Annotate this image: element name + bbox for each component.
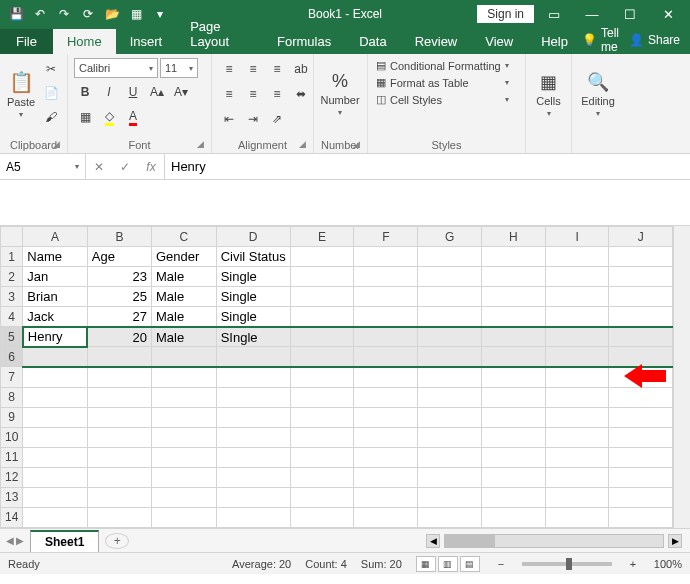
cell-F10[interactable] (354, 427, 418, 447)
cell-B6[interactable] (87, 347, 151, 367)
tab-formulas[interactable]: Formulas (263, 29, 345, 54)
tab-data[interactable]: Data (345, 29, 400, 54)
cell-I11[interactable] (545, 447, 609, 467)
cell-B13[interactable] (87, 487, 151, 507)
cell-A10[interactable] (23, 427, 87, 447)
tell-me-search[interactable]: 💡Tell me (582, 26, 619, 54)
new-icon[interactable]: ▦ (126, 4, 146, 24)
cell-I1[interactable] (545, 247, 609, 267)
format-as-table-button[interactable]: ▦Format as Table▾ (374, 75, 511, 90)
tab-review[interactable]: Review (401, 29, 472, 54)
col-header-I[interactable]: I (545, 227, 609, 247)
cancel-formula-button[interactable]: ✕ (86, 154, 112, 179)
cell-D6[interactable] (216, 347, 290, 367)
cell-I4[interactable] (545, 307, 609, 327)
worksheet-grid[interactable]: ABCDEFGHIJ1NameAgeGenderCivil Status2Jan… (0, 226, 690, 528)
cell-A5[interactable]: Henry (23, 327, 87, 347)
clipboard-launcher-icon[interactable]: ◢ (53, 139, 65, 151)
open-icon[interactable]: 📂 (102, 4, 122, 24)
new-sheet-button[interactable]: + (105, 533, 129, 549)
cell-E7[interactable] (290, 367, 354, 387)
vertical-scrollbar[interactable] (673, 226, 690, 528)
align-left-button[interactable]: ≡ (218, 83, 240, 105)
view-normal-button[interactable]: ▦ (416, 556, 436, 572)
zoom-slider[interactable] (522, 562, 612, 566)
cell-F6[interactable] (354, 347, 418, 367)
view-page-break-button[interactable]: ▤ (460, 556, 480, 572)
hscroll-right-button[interactable]: ▶ (668, 534, 682, 548)
row-header-11[interactable]: 11 (1, 447, 23, 467)
cell-I3[interactable] (545, 287, 609, 307)
redo-icon[interactable]: ↷ (54, 4, 74, 24)
cell-G3[interactable] (418, 287, 482, 307)
cell-D3[interactable]: Single (216, 287, 290, 307)
cell-H7[interactable] (482, 367, 546, 387)
decrease-font-button[interactable]: A▾ (170, 81, 192, 103)
tab-file[interactable]: File (0, 29, 53, 54)
col-header-J[interactable]: J (609, 227, 673, 247)
cell-H9[interactable] (482, 407, 546, 427)
cell-F13[interactable] (354, 487, 418, 507)
cell-J13[interactable] (609, 487, 673, 507)
cell-I14[interactable] (545, 507, 609, 527)
cell-E9[interactable] (290, 407, 354, 427)
cell-G10[interactable] (418, 427, 482, 447)
sign-in-button[interactable]: Sign in (477, 5, 534, 23)
cell-C10[interactable] (151, 427, 216, 447)
cell-J11[interactable] (609, 447, 673, 467)
row-header-1[interactable]: 1 (1, 247, 23, 267)
col-header-F[interactable]: F (354, 227, 418, 247)
row-header-10[interactable]: 10 (1, 427, 23, 447)
cell-D10[interactable] (216, 427, 290, 447)
cell-B14[interactable] (87, 507, 151, 527)
cell-A9[interactable] (23, 407, 87, 427)
cell-D8[interactable] (216, 387, 290, 407)
cell-F7[interactable] (354, 367, 418, 387)
cell-E4[interactable] (290, 307, 354, 327)
cut-button[interactable]: ✂ (40, 58, 62, 80)
font-size-combo[interactable]: 11▾ (160, 58, 198, 78)
row-header-9[interactable]: 9 (1, 407, 23, 427)
cell-E11[interactable] (290, 447, 354, 467)
cell-I10[interactable] (545, 427, 609, 447)
cell-B10[interactable] (87, 427, 151, 447)
cell-G5[interactable] (418, 327, 482, 347)
number-launcher-icon[interactable]: ◢ (353, 139, 365, 151)
cell-H12[interactable] (482, 467, 546, 487)
increase-font-button[interactable]: A▴ (146, 81, 168, 103)
cell-B5[interactable]: 20 (87, 327, 151, 347)
cell-C8[interactable] (151, 387, 216, 407)
cell-H6[interactable] (482, 347, 546, 367)
cell-A6[interactable] (23, 347, 87, 367)
row-header-4[interactable]: 4 (1, 307, 23, 327)
horizontal-scrollbar[interactable] (444, 534, 664, 548)
orientation-button[interactable]: ⇗ (266, 108, 288, 130)
cell-J5[interactable] (609, 327, 673, 347)
cell-G4[interactable] (418, 307, 482, 327)
col-header-A[interactable]: A (23, 227, 87, 247)
cell-C2[interactable]: Male (151, 267, 216, 287)
cell-D1[interactable]: Civil Status (216, 247, 290, 267)
cell-E2[interactable] (290, 267, 354, 287)
cell-F12[interactable] (354, 467, 418, 487)
cell-E10[interactable] (290, 427, 354, 447)
decrease-indent-button[interactable]: ⇤ (218, 108, 240, 130)
cell-G11[interactable] (418, 447, 482, 467)
cell-C4[interactable]: Male (151, 307, 216, 327)
cell-C12[interactable] (151, 467, 216, 487)
col-header-B[interactable]: B (87, 227, 151, 247)
align-right-button[interactable]: ≡ (266, 83, 288, 105)
cell-F1[interactable] (354, 247, 418, 267)
fill-color-button[interactable]: ◇ (98, 106, 120, 128)
cell-B2[interactable]: 23 (87, 267, 151, 287)
align-top-button[interactable]: ≡ (218, 58, 240, 80)
cell-J1[interactable] (609, 247, 673, 267)
col-header-E[interactable]: E (290, 227, 354, 247)
name-box[interactable]: A5▾ (0, 154, 86, 179)
tab-insert[interactable]: Insert (116, 29, 177, 54)
row-header-13[interactable]: 13 (1, 487, 23, 507)
align-bottom-button[interactable]: ≡ (266, 58, 288, 80)
ribbon-display-icon[interactable]: ▭ (536, 0, 572, 28)
cell-C5[interactable]: Male (151, 327, 216, 347)
cell-F2[interactable] (354, 267, 418, 287)
